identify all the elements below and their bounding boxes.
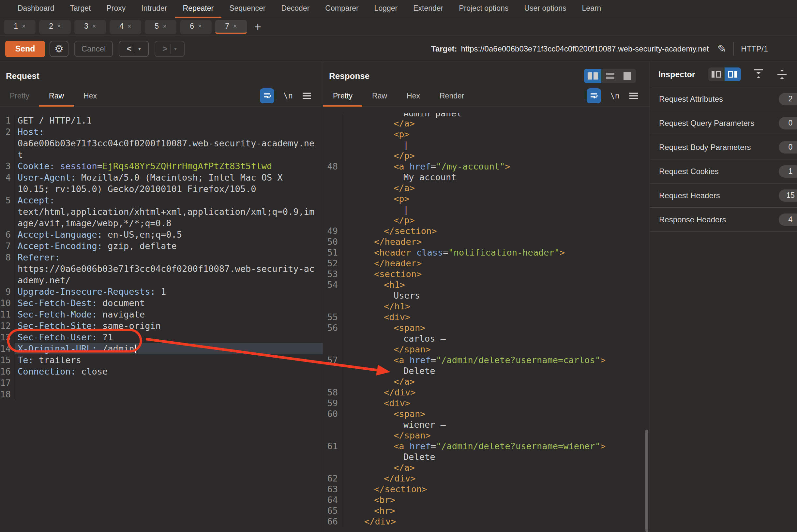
menu-item-sequencer[interactable]: Sequencer — [221, 0, 273, 18]
code-line[interactable]: <h1> — [342, 279, 650, 290]
code-line[interactable]: <section> — [342, 269, 650, 279]
request-tab-hex[interactable]: Hex — [74, 92, 107, 107]
code-line[interactable]: age/avif,image/webp,*/*;q=0.8 — [15, 217, 323, 229]
request-tab-raw[interactable]: Raw — [39, 92, 74, 107]
code-line[interactable]: Delete — [342, 365, 650, 376]
code-line[interactable]: </div> — [342, 516, 650, 527]
dock-left-button[interactable] — [708, 68, 725, 81]
code-line[interactable]: Admin panel — [342, 113, 650, 118]
dock-right-button[interactable] — [725, 68, 741, 81]
code-line[interactable]: <header class="notification-header"> — [342, 247, 650, 258]
code-line[interactable]: Accept-Language: en-US,en;q=0.5 — [15, 229, 323, 240]
layout-columns-button[interactable] — [584, 69, 601, 83]
code-line[interactable]: GET / HTTP/1.1 — [15, 115, 323, 126]
send-settings-button[interactable]: ⚙ — [50, 41, 69, 57]
inspector-section-request-headers[interactable]: Request Headers15 — [650, 184, 797, 208]
code-line[interactable] — [15, 377, 323, 388]
code-line[interactable]: Cookie: session=EjRqs48Yr5ZQHrrHmgAfPtZt… — [15, 160, 323, 172]
close-icon[interactable]: × — [163, 22, 167, 30]
code-line[interactable]: Delete — [342, 452, 650, 462]
code-line[interactable]: Referer: — [15, 252, 323, 263]
inspector-section-request-body-parameters[interactable]: Request Body Parameters0 — [650, 135, 797, 159]
menu-item-learn[interactable]: Learn — [574, 0, 609, 18]
send-button[interactable]: Send — [5, 41, 45, 57]
code-line[interactable]: t — [15, 149, 323, 160]
word-wrap-toggle[interactable] — [587, 88, 601, 103]
code-line[interactable]: 10.15; rv:105.0) Gecko/20100101 Firefox/… — [15, 183, 323, 195]
code-line[interactable]: wiener – — [342, 419, 650, 430]
menu-item-comparer[interactable]: Comparer — [317, 0, 366, 18]
collapse-all-icon[interactable] — [776, 69, 788, 80]
code-line[interactable]: </a> — [342, 118, 650, 129]
inspector-section-request-cookies[interactable]: Request Cookies1 — [650, 159, 797, 184]
code-line[interactable]: </span> — [342, 344, 650, 355]
code-line[interactable]: | — [342, 204, 650, 215]
close-icon[interactable]: × — [233, 22, 237, 30]
code-line[interactable]: Users — [342, 290, 650, 301]
repeater-tab-3[interactable]: 3× — [74, 20, 106, 34]
code-line[interactable]: </p> — [342, 150, 650, 161]
show-newlines-toggle[interactable]: \n — [610, 91, 619, 100]
code-line[interactable]: </span> — [342, 430, 650, 441]
code-line[interactable]: </header> — [342, 258, 650, 269]
repeater-tab-5[interactable]: 5× — [145, 20, 177, 34]
code-line[interactable]: <br> — [342, 495, 650, 505]
menu-item-dashboard[interactable]: Dashboard — [10, 0, 62, 18]
add-tab-button[interactable]: + — [254, 21, 261, 33]
code-line[interactable]: Sec-Fetch-User: ?1 — [15, 331, 323, 343]
response-scrollbar-thumb[interactable] — [645, 430, 648, 532]
show-newlines-toggle[interactable]: \n — [283, 91, 293, 100]
expand-all-icon[interactable] — [753, 69, 764, 80]
request-tab-pretty[interactable]: Pretty — [0, 92, 39, 107]
editor-menu-icon[interactable] — [629, 92, 638, 100]
code-line[interactable]: <a href="/admin/delete?username=wiener"> — [342, 441, 650, 452]
code-line[interactable]: X-Original-URL: /admin — [15, 343, 323, 354]
code-line[interactable]: <a href="/my-account"> — [342, 161, 650, 172]
close-icon[interactable]: × — [128, 22, 131, 30]
editor-menu-icon[interactable] — [302, 92, 312, 100]
code-line[interactable]: <span> — [342, 322, 650, 333]
code-line[interactable]: <div> — [342, 398, 650, 408]
code-line[interactable]: Sec-Fetch-Dest: document — [15, 297, 323, 309]
code-line[interactable]: <hr> — [342, 505, 650, 516]
inspector-section-request-query-parameters[interactable]: Request Query Parameters0 — [650, 111, 797, 135]
repeater-tab-7[interactable]: 7× — [215, 20, 247, 34]
repeater-tab-4[interactable]: 4× — [110, 20, 141, 34]
menu-item-repeater[interactable]: Repeater — [175, 0, 222, 18]
menu-item-extender[interactable]: Extender — [405, 0, 451, 18]
close-icon[interactable]: × — [57, 22, 61, 30]
menu-item-project-options[interactable]: Project options — [451, 0, 516, 18]
code-line[interactable]: Connection: close — [15, 366, 323, 377]
code-line[interactable]: </p> — [342, 215, 650, 226]
code-line[interactable]: </a> — [342, 183, 650, 193]
code-line[interactable]: ademy.net/ — [15, 274, 323, 286]
response-tab-render[interactable]: Render — [430, 92, 474, 107]
code-line[interactable]: text/html,application/xhtml+xml,applicat… — [15, 206, 323, 217]
inspector-section-request-attributes[interactable]: Request Attributes2 — [650, 87, 797, 111]
inspector-section-response-headers[interactable]: Response Headers4 — [650, 208, 797, 232]
menu-item-decoder[interactable]: Decoder — [273, 0, 317, 18]
code-line[interactable]: Accept-Encoding: gzip, deflate — [15, 240, 323, 252]
code-line[interactable]: Upgrade-Insecure-Requests: 1 — [15, 286, 323, 297]
code-line[interactable]: https://0a6e006b03e71f3cc04c0f0200f10087… — [15, 263, 323, 274]
code-line[interactable]: </header> — [342, 236, 650, 247]
code-line[interactable]: <span> — [342, 408, 650, 419]
code-line[interactable]: Accept: — [15, 195, 323, 206]
close-icon[interactable]: × — [22, 22, 26, 30]
code-line[interactable]: carlos – — [342, 333, 650, 344]
code-line[interactable]: User-Agent: Mozilla/5.0 (Macintosh; Inte… — [15, 172, 323, 183]
layout-rows-button[interactable] — [601, 69, 618, 83]
menu-item-user-options[interactable]: User options — [516, 0, 574, 18]
response-tab-hex[interactable]: Hex — [397, 92, 430, 107]
menu-item-target[interactable]: Target — [62, 0, 99, 18]
code-line[interactable]: </section> — [342, 484, 650, 495]
request-editor[interactable]: 1GET / HTTP/1.12Host:0a6e006b03e71f3cc04… — [0, 107, 323, 532]
code-line[interactable]: <a href="/admin/delete?username=carlos"> — [342, 355, 650, 365]
repeater-tab-2[interactable]: 2× — [39, 20, 71, 34]
menu-item-intruder[interactable]: Intruder — [133, 0, 175, 18]
repeater-tab-1[interactable]: 1× — [4, 20, 36, 34]
code-line[interactable]: My account — [342, 172, 650, 183]
code-line[interactable]: </a> — [342, 376, 650, 387]
code-line[interactable] — [15, 388, 323, 400]
code-line[interactable]: Host: — [15, 126, 323, 137]
